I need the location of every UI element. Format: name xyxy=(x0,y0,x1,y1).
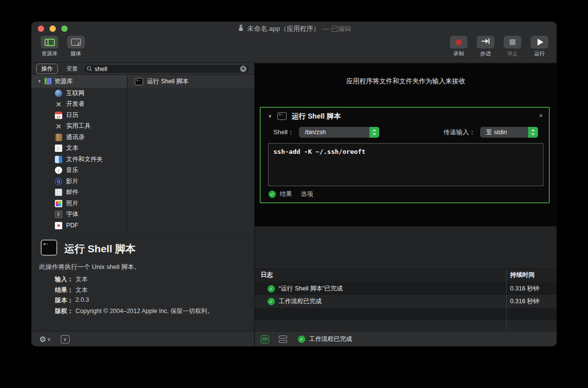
description-title: 运行 Shell 脚本 xyxy=(64,242,136,256)
pass-input-select[interactable]: 至 stdin xyxy=(480,127,538,138)
shell-script-text: ssh-add -K ~/.ssh/oreoft xyxy=(273,148,366,155)
sidebar-item-pdf[interactable]: ▤PDF xyxy=(31,220,127,231)
search-icon xyxy=(87,65,92,73)
record-icon xyxy=(456,39,462,46)
automator-window: 未命名.app（应用程序） — 已编辑 资源库 媒体 录制 步进 停止 运行 xyxy=(31,22,557,346)
category-label: 音乐 xyxy=(66,166,78,174)
shell-select[interactable]: /bin/zsh xyxy=(299,127,379,138)
toolbar-library-label: 资源库 xyxy=(42,50,58,57)
action-result-run-shell-script[interactable]: >- 运行 Shell 脚本 xyxy=(128,75,254,88)
toolbar-step-button[interactable]: 步进 xyxy=(472,36,499,57)
toolbar-media-button[interactable]: 媒体 xyxy=(62,36,90,57)
sidebar-item-movies[interactable]: Q影片 xyxy=(31,176,127,187)
pass-input-label: 传递输入： xyxy=(443,128,475,137)
panel-toggle-icon[interactable]: ∨ xyxy=(61,335,70,343)
sidebar-item-fonts[interactable]: F字体 xyxy=(31,209,127,220)
field-label: 版本： xyxy=(55,296,75,305)
log-header: 日志 持续时间 xyxy=(255,268,557,282)
library-header-row[interactable]: ▼ 资源库 xyxy=(31,75,127,88)
utilities-icon: ✕ xyxy=(55,122,62,130)
gear-icon[interactable]: ⚙ xyxy=(39,335,46,344)
log-message: 工作流程已完成 xyxy=(279,297,322,306)
success-check-icon: ✓ xyxy=(298,336,305,343)
category-label: 实用工具 xyxy=(66,122,91,130)
category-label: 文本 xyxy=(66,144,78,152)
sidebar-item-contacts[interactable]: 通讯录 xyxy=(31,132,127,143)
category-label: 邮件 xyxy=(66,188,78,196)
variables-view-icon[interactable] xyxy=(279,336,287,343)
toolbar-run-label: 运行 xyxy=(534,50,545,57)
terminal-icon: >- xyxy=(135,78,143,85)
workflow-pane: 应用程序将文件和文件夹作为输入来接收 ▼ >- 运行 Shell 脚本 × Sh… xyxy=(255,63,557,331)
search-field[interactable]: ✕ xyxy=(83,64,250,73)
automator-robot-icon xyxy=(237,24,245,34)
category-label: 开发者 xyxy=(66,100,85,108)
developer-tools-icon: ✕ xyxy=(55,100,62,108)
log-duration: 0.316 秒钟 xyxy=(510,297,539,306)
pdf-icon: ▤ xyxy=(55,222,62,229)
toolbar-record-button[interactable]: 录制 xyxy=(445,36,472,57)
chevron-up-down-icon xyxy=(528,127,538,138)
action-header: ▼ >- 运行 Shell 脚本 × xyxy=(261,108,549,124)
stop-icon xyxy=(510,39,515,45)
workflow-status-bar: ✓ 工作流程已完成 xyxy=(255,331,557,346)
log-row[interactable]: ✓ “运行 Shell 脚本”已完成 0.316 秒钟 xyxy=(255,282,557,295)
results-button[interactable]: ✓ 结果 xyxy=(269,190,292,198)
action-footer: ✓ 结果 选项 xyxy=(269,190,313,198)
sidebar-item-mail[interactable]: 邮件 xyxy=(31,187,127,198)
disclosure-triangle-icon[interactable]: ▼ xyxy=(37,79,42,84)
calendar-icon: 17 xyxy=(55,112,62,119)
photos-icon xyxy=(55,200,62,207)
shell-label: Shell： xyxy=(273,128,294,137)
action-close-icon[interactable]: × xyxy=(539,112,543,120)
search-input[interactable] xyxy=(95,66,240,73)
sidebar-item-music[interactable]: ♪音乐 xyxy=(31,165,127,176)
action-description-panel: >- 运行 Shell 脚本 此操作将执行一个 Unix shell 脚本。 输… xyxy=(31,235,254,331)
category-label: 影片 xyxy=(66,177,78,186)
chevron-down-icon: ∨ xyxy=(47,337,50,342)
text-document-icon: ≡ xyxy=(55,145,62,152)
finder-icon xyxy=(55,156,62,163)
actions-results-column: >- 运行 Shell 脚本 xyxy=(128,75,254,235)
filter-bar: 操作 变量 ✕ xyxy=(31,63,254,74)
results-label: 结果 xyxy=(280,190,292,198)
action-disclosure-triangle-icon[interactable]: ▼ xyxy=(268,114,272,119)
action-controls: Shell： /bin/zsh 传递输入： 至 stdin xyxy=(261,126,549,138)
field-value: Copyright © 2004–2012 Apple Inc. 保留一切权利。 xyxy=(75,307,214,315)
sidebar-item-files-folders[interactable]: 文件和文件夹 xyxy=(31,154,127,165)
sidebar-item-calendar[interactable]: 17日历 xyxy=(31,110,127,121)
field-label: 输入： xyxy=(55,275,75,284)
tab-actions[interactable]: 操作 xyxy=(36,64,58,74)
log-duration: 0.316 秒钟 xyxy=(510,285,539,293)
sidebar-item-internet[interactable]: 互联网 xyxy=(31,88,127,99)
toolbar-stop-button[interactable]: 停止 xyxy=(499,36,526,57)
tab-variables[interactable]: 变量 xyxy=(62,64,82,73)
sidebar-item-utilities[interactable]: ✕实用工具 xyxy=(31,121,127,132)
contacts-icon xyxy=(55,134,62,141)
category-label: PDF xyxy=(66,222,78,229)
field-label: 版权： xyxy=(55,307,75,315)
toolbar-library-button[interactable]: 资源库 xyxy=(36,36,63,57)
run-shell-script-action-block[interactable]: ▼ >- 运行 Shell 脚本 × Shell： /bin/zsh 传递输入：… xyxy=(260,107,550,203)
success-check-icon: ✓ xyxy=(268,298,275,305)
titlebar: 未命名.app（应用程序） — 已编辑 xyxy=(31,23,557,35)
category-label: 互联网 xyxy=(66,89,85,97)
duration-column-header: 持续时间 xyxy=(510,271,535,279)
workflow-status-text: 工作流程已完成 xyxy=(309,335,352,343)
options-button[interactable]: 选项 xyxy=(301,190,313,198)
categories-column: ▼ 资源库 互联网 ✕开发者 17日历 ✕实用工具 通讯录 ≡文本 文件和文件夹… xyxy=(31,75,127,235)
media-icon xyxy=(71,39,81,46)
shell-script-editor[interactable]: ssh-add -K ~/.ssh/oreoft xyxy=(268,143,543,186)
sidebar-item-text[interactable]: ≡文本 xyxy=(31,143,127,154)
search-clear-icon[interactable]: ✕ xyxy=(240,66,246,72)
toolbar-record-label: 录制 xyxy=(453,50,464,57)
description-fields: 输入：文本 结果：文本 版本：2.0.3 版权：Copyright © 2004… xyxy=(55,275,214,317)
workflow-input-header: 应用程序将文件和文件夹作为输入来接收 xyxy=(255,77,557,86)
log-view-icon[interactable] xyxy=(261,335,269,343)
toolbar-run-button[interactable]: 运行 xyxy=(526,36,553,57)
field-value: 文本 xyxy=(75,275,88,284)
log-row[interactable]: ✓ 工作流程已完成 0.316 秒钟 xyxy=(255,295,557,308)
sidebar-item-photos[interactable]: 照片 xyxy=(31,198,127,209)
sidebar-item-developer[interactable]: ✕开发者 xyxy=(31,99,127,110)
toolbar-media-label: 媒体 xyxy=(71,50,81,57)
